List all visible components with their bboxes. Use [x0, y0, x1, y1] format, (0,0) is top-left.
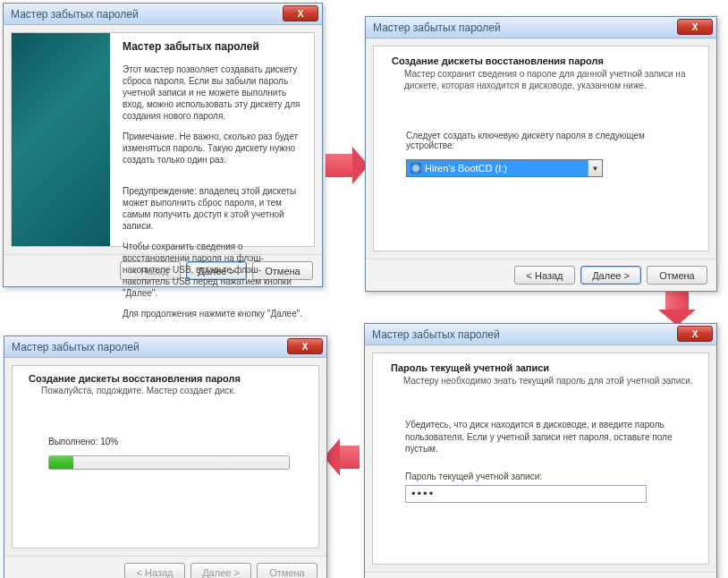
close-icon: X: [298, 9, 304, 19]
cancel-button: Отмена: [257, 563, 317, 578]
wizard-footer: < Назад Далее > Отмена: [366, 259, 716, 291]
warning-text: Предупреждение: владелец этой дискеты мо…: [123, 185, 303, 232]
usb-hint-text: Чтобы сохранить сведения о восстановлени…: [123, 241, 303, 299]
password-input[interactable]: [405, 485, 647, 503]
flow-arrow-1: [326, 154, 352, 177]
progress-label: Выполнено: 10%: [48, 437, 293, 446]
drive-select-label: Следует создать ключевую дискету пароля …: [406, 131, 689, 150]
wizard-footer: < Назад Далее > Отмена: [365, 572, 716, 578]
continue-hint: Для продолжения нажмите кнопку "Далее".: [123, 308, 303, 319]
titlebar[interactable]: Мастер забытых паролей X: [4, 4, 322, 25]
intro-text: Этот мастер позволяет создавать дискету …: [123, 64, 303, 122]
note-text: Примечание. Не важно, сколько раз будет …: [123, 131, 303, 166]
page-subheading: Пожалуйста, подождите. Мастер создает ди…: [41, 386, 306, 395]
titlebar[interactable]: Мастер забытых паролей X: [365, 324, 716, 345]
close-button[interactable]: X: [677, 19, 713, 35]
page-subheading: Мастер сохранит сведения о пароле для да…: [404, 68, 694, 91]
flow-arrow-3: [340, 446, 360, 469]
wizard-step-3: Мастер забытых паролей X Пароль текущей …: [364, 323, 717, 578]
window-title: Мастер забытых паролей: [373, 21, 501, 34]
close-button[interactable]: X: [287, 338, 323, 354]
page-subheading: Мастеру необходимо знать текущий пароль …: [403, 375, 694, 387]
next-button[interactable]: Далее >: [580, 266, 641, 285]
page-heading: Создание дискеты восстановления пароля: [392, 55, 694, 66]
wizard-step-1: Мастер забытых паролей X Мастер забытых …: [3, 3, 323, 287]
cancel-button[interactable]: Отмена: [647, 266, 707, 285]
password-instructions: Убедитесь, что диск находится в дисковод…: [405, 419, 689, 455]
close-button[interactable]: X: [283, 5, 318, 21]
drive-select[interactable]: Hiren's BootCD (I:) ▼: [406, 159, 603, 177]
close-button[interactable]: X: [677, 326, 713, 342]
wizard-step-2: Мастер забытых паролей X Создание дискет…: [365, 16, 717, 292]
page-heading: Создание дискеты восстановления пароля: [29, 373, 306, 384]
disc-icon: [411, 163, 421, 174]
password-label: Пароль текущей учетной записи:: [405, 472, 689, 481]
close-icon: X: [302, 342, 309, 352]
close-icon: X: [692, 329, 698, 339]
progress-bar: [48, 455, 290, 470]
close-icon: X: [692, 22, 698, 32]
window-title: Мастер забытых паролей: [372, 328, 500, 341]
back-button: < Назад: [124, 563, 185, 578]
window-title: Мастер забытых паролей: [12, 341, 140, 353]
wizard-content: Мастер забытых паролей Этот мастер позво…: [110, 33, 314, 246]
drive-select-value: Hiren's BootCD (I:): [425, 163, 507, 174]
chevron-down-icon[interactable]: ▼: [588, 160, 602, 176]
wizard-sidebar-image: [12, 33, 110, 246]
progress-bar-fill: [49, 456, 73, 469]
wizard-step-4: Мастер забытых паролей X Создание дискет…: [4, 336, 327, 578]
titlebar[interactable]: Мастер забытых паролей X: [366, 17, 716, 38]
window-title: Мастер забытых паролей: [11, 8, 139, 21]
back-button[interactable]: < Назад: [514, 266, 575, 285]
page-heading: Мастер забытых паролей: [123, 40, 303, 53]
titlebar[interactable]: Мастер забытых паролей X: [4, 336, 326, 358]
wizard-footer: < Назад Далее > Отмена: [4, 556, 326, 578]
page-heading: Пароль текущей учетной записи: [391, 362, 694, 373]
next-button: Далее >: [190, 563, 251, 578]
